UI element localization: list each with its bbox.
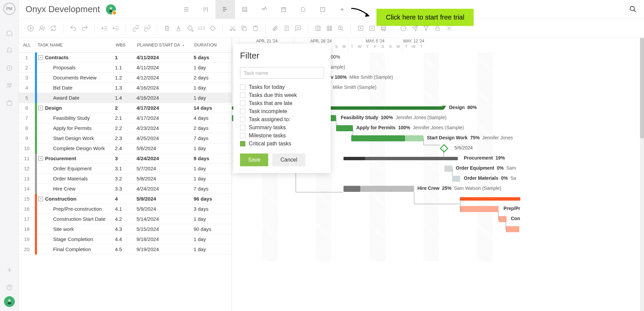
milestone-icon[interactable] bbox=[208, 23, 218, 33]
checkbox-icon[interactable] bbox=[240, 125, 245, 130]
send-icon[interactable] bbox=[410, 23, 420, 33]
delete-icon[interactable] bbox=[162, 23, 172, 33]
grid-icon[interactable] bbox=[324, 23, 334, 33]
task-name-cell[interactable]: Hire Crew bbox=[37, 186, 115, 192]
collapse-icon[interactable]: − bbox=[38, 106, 43, 110]
dashboard-view-tab[interactable] bbox=[254, 0, 274, 19]
filter-option[interactable]: Task incomplete bbox=[240, 108, 324, 114]
task-name-cell[interactable]: Construction Start Date bbox=[37, 216, 115, 222]
numbering-icon[interactable]: 123 bbox=[196, 23, 206, 33]
collapse-icon[interactable]: − bbox=[38, 156, 43, 161]
vertical-scrollbar[interactable] bbox=[640, 38, 644, 311]
column-duration[interactable]: DURATION bbox=[194, 42, 228, 47]
table-row[interactable]: 18Site work4.35/15/202490 days bbox=[19, 224, 232, 234]
assign-icon[interactable] bbox=[37, 23, 47, 33]
project-owner-avatar[interactable] bbox=[106, 4, 116, 14]
outdent-icon[interactable] bbox=[99, 23, 110, 33]
list-view-tab[interactable] bbox=[176, 0, 196, 19]
table-row[interactable]: 2Proposals1.14/11/20241 day bbox=[19, 63, 232, 73]
filter-icon[interactable] bbox=[421, 23, 431, 33]
table-row[interactable]: 6−Design24/17/202414 days bbox=[19, 103, 232, 113]
help-icon[interactable] bbox=[5, 283, 13, 291]
copy-icon[interactable] bbox=[239, 23, 249, 33]
filter-option[interactable]: Tasks for today bbox=[240, 84, 324, 90]
attach-icon[interactable] bbox=[270, 23, 280, 33]
task-name-cell[interactable]: Feasibility Study bbox=[37, 115, 115, 121]
unlink-icon[interactable] bbox=[142, 23, 152, 33]
task-name-cell[interactable]: Prep/Pre-construction bbox=[37, 206, 115, 212]
task-name-cell[interactable]: Documents Review bbox=[37, 75, 115, 80]
add-task-icon[interactable] bbox=[26, 23, 36, 33]
task-name-cell[interactable]: Site work bbox=[37, 226, 115, 232]
task-name-cell[interactable]: Apply for Permits bbox=[37, 125, 115, 131]
filter-option[interactable]: Critical path tasks bbox=[240, 141, 324, 147]
undo-icon[interactable] bbox=[68, 23, 78, 33]
task-name-cell[interactable]: Complete Design Work bbox=[37, 145, 115, 151]
table-row[interactable]: 3Documents Review1.24/12/20242 days bbox=[19, 73, 232, 83]
note-icon[interactable] bbox=[282, 23, 292, 33]
clock-icon[interactable] bbox=[5, 64, 13, 72]
filter-option[interactable]: Task assigned to: bbox=[240, 116, 324, 123]
refresh-icon[interactable] bbox=[48, 23, 58, 33]
table-row[interactable]: 17Construction Start Date4.25/14/20241 d… bbox=[19, 214, 232, 224]
sheet-view-tab[interactable] bbox=[235, 0, 254, 19]
task-name-cell[interactable]: −Construction bbox=[37, 196, 115, 202]
people-icon[interactable] bbox=[5, 81, 13, 90]
checkbox-icon[interactable] bbox=[240, 109, 245, 114]
collapse-icon[interactable]: − bbox=[38, 197, 43, 201]
filter-option[interactable]: Tasks due this week bbox=[240, 92, 324, 98]
filter-option[interactable]: Milestone tasks bbox=[240, 133, 324, 139]
column-wbs[interactable]: WBS bbox=[116, 42, 137, 47]
settings-icon[interactable] bbox=[444, 23, 454, 33]
link-icon[interactable] bbox=[131, 23, 141, 33]
task-name-cell[interactable]: Order Equipment bbox=[37, 166, 115, 171]
print-icon[interactable] bbox=[378, 23, 389, 33]
lock-icon[interactable] bbox=[433, 23, 443, 33]
column-all[interactable]: ALL bbox=[19, 42, 35, 47]
risks-view-tab[interactable] bbox=[313, 0, 332, 19]
task-name-cell[interactable]: Proposals bbox=[37, 65, 115, 70]
user-avatar[interactable] bbox=[4, 296, 15, 307]
briefcase-icon[interactable] bbox=[5, 99, 13, 107]
task-name-cell[interactable]: Stage Completion bbox=[37, 236, 115, 242]
column-planned-start[interactable]: PLANNED START DA bbox=[137, 42, 194, 47]
plus-icon[interactable] bbox=[5, 266, 13, 274]
files-view-tab[interactable] bbox=[293, 0, 313, 19]
table-row[interactable]: 19Stage Completion4.49/18/20241 day bbox=[19, 234, 232, 244]
app-logo[interactable]: PM bbox=[3, 3, 15, 15]
zoom-icon[interactable] bbox=[336, 23, 346, 33]
text-color-icon[interactable] bbox=[173, 23, 184, 33]
table-row[interactable]: 12Order Equipment3.15/7/20241 day bbox=[19, 164, 232, 174]
checkbox-icon[interactable] bbox=[240, 117, 245, 122]
task-name-cell[interactable]: −Design bbox=[37, 105, 115, 111]
table-row[interactable]: 4Bid Date1.34/16/20241 day bbox=[19, 83, 232, 93]
calendar-view-tab[interactable] bbox=[274, 0, 293, 19]
task-name-cell[interactable]: Award Date bbox=[37, 95, 115, 101]
filter-option[interactable]: Tasks that are late bbox=[240, 100, 324, 106]
indent-icon[interactable] bbox=[111, 23, 121, 33]
redo-icon[interactable] bbox=[80, 23, 90, 33]
task-name-cell[interactable]: Final Completion bbox=[37, 246, 115, 252]
table-row[interactable]: 11−Procurement34/24/20249 days bbox=[19, 153, 232, 164]
filter-option[interactable]: Summary tasks bbox=[240, 125, 324, 131]
add-view-tab[interactable] bbox=[332, 0, 352, 19]
checkbox-icon[interactable] bbox=[240, 93, 245, 98]
collapse-icon[interactable]: − bbox=[38, 55, 43, 60]
fill-icon[interactable] bbox=[185, 23, 195, 33]
columns-icon[interactable] bbox=[313, 23, 323, 33]
table-row[interactable]: 14Hire Crew3.34/24/20247 days bbox=[19, 184, 232, 194]
search-icon[interactable] bbox=[629, 5, 637, 13]
checkbox-icon[interactable] bbox=[240, 141, 245, 146]
import-icon[interactable] bbox=[356, 23, 366, 33]
checkbox-icon[interactable] bbox=[240, 101, 245, 106]
table-row[interactable]: 15−Construction45/9/202496 days bbox=[19, 194, 232, 204]
task-name-cell[interactable]: Bid Date bbox=[37, 85, 115, 91]
table-row[interactable]: 20Final Completion4.59/19/20241 day bbox=[19, 244, 232, 254]
task-name-cell[interactable]: −Contracts bbox=[37, 55, 115, 60]
filter-task-name-input[interactable] bbox=[240, 67, 324, 79]
export-icon[interactable] bbox=[367, 23, 377, 33]
table-row[interactable]: 8Apply for Permits2.24/23/20242 days bbox=[19, 123, 232, 133]
task-name-cell[interactable]: −Procurement bbox=[37, 156, 115, 161]
task-name-cell[interactable]: Order Materials bbox=[37, 176, 115, 181]
filter-cancel-button[interactable]: Cancel bbox=[272, 153, 305, 166]
